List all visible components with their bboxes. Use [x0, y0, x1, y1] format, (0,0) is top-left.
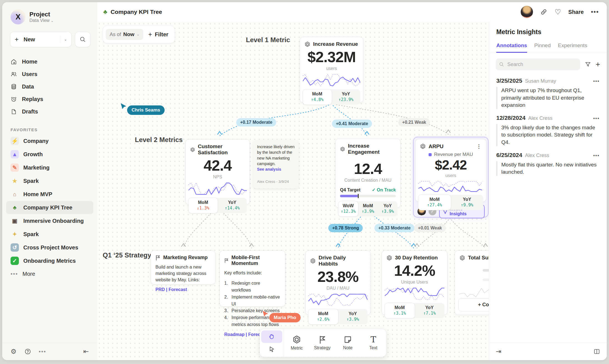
node-drive-daily-habbits[interactable]: Drive Daily Habbits 23.8% DAU / MAU MoM↑… [305, 251, 371, 315]
split-view-icon[interactable] [593, 348, 600, 355]
annotation-menu-icon[interactable]: ••• [593, 79, 600, 84]
sidebar-item-data[interactable]: Data [6, 80, 93, 93]
stat-yoy[interactable]: YoY↑3.9% [378, 201, 397, 216]
search-input[interactable] [507, 61, 577, 68]
metric-value: $2.32M [300, 48, 363, 65]
strategy-note-marketing-revamp[interactable]: Marketing Revamp Build and launch a new … [151, 251, 215, 284]
sidebar-item-users[interactable]: Users [6, 68, 93, 80]
project-switcher[interactable]: X Project Data View ⌄ [2, 2, 97, 27]
stat-yoy[interactable]: YoY↑7.1% [415, 303, 445, 318]
metric-unit: users [300, 66, 363, 71]
edge-label-weak[interactable]: +0.01 Weak [414, 224, 446, 232]
annotation-item[interactable]: 3/25/2025 Susan Murray ••• ARPU went up … [489, 72, 607, 109]
help-icon[interactable] [24, 348, 31, 355]
node-arpu-selected[interactable]: ARPU⋮ Revenue per MAU $2.42 users MoM↑27… [413, 137, 489, 218]
canvas-annotation-note[interactable]: Increase likely driven by the launch of … [253, 140, 299, 188]
edge-label-moderate[interactable]: +0.33 Moderate [374, 224, 414, 232]
favorite-company[interactable]: ⚡Company [6, 134, 93, 148]
annotation-menu-icon[interactable]: ••• [593, 116, 600, 121]
stat-mom[interactable]: MoM↑27.4% [418, 194, 451, 210]
legend-swatch [429, 153, 432, 156]
tab-annotations[interactable]: Annotations [496, 42, 527, 53]
connect-button[interactable]: + Connec [458, 298, 489, 311]
select-tool-button[interactable] [261, 343, 282, 355]
stat-yoy[interactable]: YoY↑9.9% [451, 195, 483, 210]
more-options-icon[interactable]: ••• [39, 348, 46, 355]
pencil-icon: ✎ [11, 163, 19, 172]
favorite-cross-project-moves[interactable]: ↺Cross Project Moves [6, 241, 93, 254]
more-menu-icon[interactable]: ••• [591, 8, 599, 16]
metric-hexagon-icon [190, 147, 195, 153]
node-menu-icon[interactable]: ⋮ [476, 143, 482, 150]
project-view[interactable]: Data View ⌄ [29, 18, 54, 23]
see-analysis-link[interactable]: See analysis [257, 167, 281, 171]
sidebar-item-replays[interactable]: Replays [6, 93, 93, 105]
stat-mom[interactable]: MoM↑4.8% [303, 89, 332, 105]
search-button[interactable] [75, 32, 90, 47]
text-tool-button[interactable]: T Text [361, 329, 386, 357]
favorite-marketing[interactable]: ✎Marketing [6, 161, 93, 174]
note-tool-button[interactable]: Note [335, 329, 361, 357]
add-annotation-icon[interactable]: + [596, 60, 600, 69]
user-avatar[interactable] [521, 6, 533, 18]
chevron-down-icon[interactable]: ⌄ [64, 37, 67, 41]
stat-mom[interactable]: MoM↓1.3% [188, 198, 218, 213]
favorite-home-mvp[interactable]: ⌂Home MVP [6, 188, 93, 201]
metric-unit: Content Creation / MAU [336, 178, 400, 183]
as-of-selector[interactable]: As ofNow⌄ [106, 29, 143, 40]
favorite-immersive-onboarding[interactable]: ▣Immersive Onboarding [6, 214, 93, 228]
filter-button[interactable]: Filter [155, 31, 168, 38]
annotation-item[interactable]: 6/25/2024 Alex Cress ••• Mostly flat thi… [489, 146, 607, 176]
sidebar-item-home[interactable]: Home [6, 55, 93, 68]
hand-tool-button[interactable] [261, 330, 282, 343]
note-body: Build and launch a new marketing strateg… [151, 261, 215, 283]
collapse-panel-icon[interactable]: ⇥ [496, 348, 501, 355]
tab-pinned[interactable]: Pinned [534, 42, 551, 53]
copy-link-icon[interactable] [540, 8, 547, 16]
note-icon [344, 335, 352, 344]
hand-icon [268, 333, 275, 340]
favorite-company-kpi-tree[interactable]: ♣Company KPI Tree [6, 201, 93, 214]
note-links[interactable]: PRD | Forecast [151, 283, 215, 296]
favorite-spark[interactable]: ★Spark [6, 174, 93, 188]
node-total-subscriptions[interactable]: Total Subscript + Connec [455, 251, 489, 315]
favorite-heart-icon[interactable]: ♡ [555, 8, 561, 16]
metric-tool-button[interactable]: Metric [284, 329, 309, 357]
favorites-more[interactable]: •••More [2, 267, 97, 280]
edge-label-weak[interactable]: +0.21 Weak [398, 118, 430, 127]
edge-label-strong[interactable]: +0.78 Strong [328, 224, 363, 232]
node-arpu[interactable]: ARPU⋮ Revenue per MAU $2.42 users MoM↑27… [415, 139, 486, 202]
strategy-tool-button[interactable]: Strategy [309, 329, 335, 357]
favorite-spark-2[interactable]: ✦Spark [6, 228, 93, 241]
edge-label-moderate[interactable]: +0.41 Moderate [332, 120, 372, 128]
node-30-day-retention[interactable]: 30 Day Retention 14.2% Unique Users MoM↑… [382, 251, 447, 315]
stat-yoy[interactable]: YoY↑23.9% [332, 89, 361, 105]
annotation-item[interactable]: 12/28/2024 Alex Cress ••• 3% drop likely… [489, 109, 607, 146]
new-button[interactable]: + New ⌄ [10, 32, 72, 47]
stat-yoy[interactable]: YoY↑3.9% [338, 309, 368, 324]
node-customer-satisfaction[interactable]: Customer Satisfaction 42.4 NPS MoM↓1.3% … [185, 139, 250, 204]
stat-mom[interactable]: MoM↑3.9% [358, 201, 378, 216]
stat-mom[interactable]: MoM↑2.6% [308, 309, 338, 325]
search-icon [80, 36, 86, 42]
annotation-search[interactable] [496, 59, 580, 70]
kpi-tree-canvas[interactable]: As ofNow⌄ + Filter Level 1 Metric Level … [97, 22, 489, 360]
edge-label-moderate[interactable]: +0.17 Moderate [236, 118, 276, 127]
node-increase-engagement[interactable]: Increase Engagement 12.4 Content Creatio… [335, 139, 401, 208]
stat-mom[interactable]: MoM↑3.1% [384, 303, 415, 318]
favorite-growth[interactable]: ▲Growth [6, 148, 93, 161]
tab-experiments[interactable]: Experiments [558, 42, 587, 53]
stat-yoy[interactable]: YoY↑14.4% [218, 198, 247, 213]
filter-funnel-icon[interactable] [585, 61, 591, 68]
target-label: Q4 Target [340, 188, 372, 193]
collapse-sidebar-icon[interactable]: ⇤ [83, 348, 89, 355]
flag-icon [224, 258, 229, 263]
stat-wow[interactable]: WoW↑12.3% [338, 201, 358, 217]
annotation-menu-icon[interactable]: ••• [593, 153, 600, 158]
share-button[interactable]: Share [568, 9, 584, 15]
node-increase-revenue[interactable]: Increase Revenue $2.32M users MoM↑4.8% Y… [300, 37, 363, 103]
strategy-note-mobile-first[interactable]: Mobile-First Momentum Key efforts includ… [220, 251, 285, 307]
sidebar-item-drafts[interactable]: Drafts [6, 105, 93, 118]
settings-gear-icon[interactable]: ⚙ [11, 348, 17, 355]
favorite-onboarding-metrics[interactable]: ✓Onboarding Metrics [6, 254, 93, 267]
